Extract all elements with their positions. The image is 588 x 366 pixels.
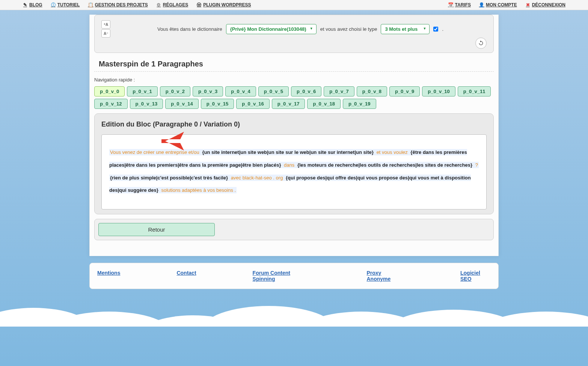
variation-pill-p_0_v_8[interactable]: p_0_v_8 <box>357 86 387 96</box>
svg-marker-0 <box>161 132 184 151</box>
menu-compte[interactable]: 👤MON COMPTE <box>479 2 517 8</box>
type-checkbox[interactable] <box>433 27 438 32</box>
footer-mentions[interactable]: Mentions <box>97 270 120 282</box>
menu-tutoriel-label: TUTORIEL <box>57 2 80 8</box>
seg-spin-3[interactable]: {les moteurs de recherche|les outils de … <box>297 162 473 168</box>
calendar-icon: 📅 <box>448 2 454 8</box>
variation-pill-p_0_v_3[interactable]: p_0_v_3 <box>193 86 223 96</box>
footer-forum[interactable]: Forum Content Spinning <box>253 270 311 282</box>
close-icon: ✖ <box>525 2 531 8</box>
dict-text-before: Vous êtes dans le dictionnaire <box>157 26 222 32</box>
title-separator <box>94 71 494 72</box>
refresh-icon <box>478 40 484 46</box>
dictionary-select[interactable]: {Privé} Mon Dictionnaire(103048) <box>226 24 317 34</box>
menu-deconnexion-label: DÉCONNEXION <box>532 2 565 8</box>
quick-nav-label: Navigation rapide : <box>94 77 494 83</box>
menu-compte-label: MON COMPTE <box>486 2 517 8</box>
seg-static-2: et vous voulez <box>374 149 410 155</box>
info-icon: ⓘ <box>51 2 56 8</box>
back-panel: Retour <box>94 219 494 240</box>
footer-proxy[interactable]: Proxy Anonyme <box>367 270 404 282</box>
account-icon: 👤 <box>479 2 484 8</box>
menu-tarifs-label: TARIFS <box>455 2 471 8</box>
variation-pill-p_0_v_14[interactable]: p_0_v_14 <box>165 99 199 109</box>
variation-pill-p_0_v_10[interactable]: p_0_v_10 <box>422 86 455 96</box>
seg-static-3: dans <box>282 162 296 168</box>
menu-plugin[interactable]: ⓦPLUGIN WORDPRESS <box>196 2 251 8</box>
clipboard-plus-icon: 📋 <box>88 2 93 8</box>
variation-pill-p_0_v_0[interactable]: p_0_v_0 <box>94 86 125 96</box>
menu-tarifs[interactable]: 📅TARIFS <box>448 2 471 8</box>
refresh-button[interactable] <box>475 38 487 49</box>
variation-pill-p_0_v_4[interactable]: p_0_v_4 <box>225 86 256 96</box>
gear-icon: ⚙ <box>156 2 161 8</box>
variation-pill-p_0_v_1[interactable]: p_0_v_1 <box>127 86 157 96</box>
variation-pill-p_0_v_2[interactable]: p_0_v_2 <box>160 86 190 96</box>
variation-pill-p_0_v_13[interactable]: p_0_v_13 <box>130 99 163 109</box>
footer-logiciel[interactable]: Logiciel SEO <box>460 270 491 282</box>
menu-tutoriel[interactable]: ⓘTUTORIEL <box>51 2 80 8</box>
top-menu: ✎BLOG ⓘTUTORIEL 📋GESTION DES PROJETS ⚙RÉ… <box>0 0 588 10</box>
variation-pill-p_0_v_15[interactable]: p_0_v_15 <box>201 99 234 109</box>
dict-period: . <box>442 26 443 32</box>
menu-reglages-label: RÉGLAGES <box>163 2 188 8</box>
back-button[interactable]: Retour <box>98 223 215 236</box>
editor-panel: Edition du Bloc (Paragraphe 0 / Variatio… <box>94 113 494 214</box>
footer-contact[interactable]: Contact <box>176 270 196 282</box>
font-increase-button[interactable]: ⁺A <box>101 20 110 29</box>
dictionary-panel: ⁺A A⁻ Vous êtes dans le dictionnaire {Pr… <box>94 15 494 53</box>
editor-heading: Edition du Bloc (Paragraphe 0 / Variatio… <box>101 120 487 128</box>
seg-spin-1[interactable]: {un site internet|un site web|un site su… <box>201 149 374 155</box>
page-title: Masterspin de 1 Paragraphes <box>99 60 489 68</box>
menu-plugin-label: PLUGIN WORDPRESS <box>203 2 251 8</box>
variation-pill-p_0_v_6[interactable]: p_0_v_6 <box>291 86 321 96</box>
menu-reglages[interactable]: ⚙RÉGLAGES <box>156 2 188 8</box>
seg-static-5: avec black-hat-seo . org <box>229 175 285 181</box>
pointer-arrow-icon <box>158 128 188 154</box>
decorative-clouds <box>0 289 588 327</box>
variation-pill-p_0_v_16[interactable]: p_0_v_16 <box>236 99 270 109</box>
seg-static-6: solutions adaptées à vos besoins . <box>159 187 237 193</box>
menu-blog[interactable]: ✎BLOG <box>23 2 42 8</box>
menu-gestion-label: GESTION DES PROJETS <box>95 2 148 8</box>
variation-pill-p_0_v_11[interactable]: p_0_v_11 <box>458 86 491 96</box>
footer: Mentions Contact Forum Content Spinning … <box>89 263 499 289</box>
dict-text-mid: et vous avez choisi le type <box>320 26 377 32</box>
variation-pill-p_0_v_7[interactable]: p_0_v_7 <box>324 86 354 96</box>
font-decrease-button[interactable]: A⁻ <box>101 29 110 38</box>
menu-deconnexion[interactable]: ✖DÉCONNEXION <box>525 2 565 8</box>
pencil-icon: ✎ <box>23 2 28 8</box>
type-select[interactable]: 3 Mots et plus <box>381 24 430 34</box>
variation-pill-p_0_v_18[interactable]: p_0_v_18 <box>307 99 341 109</box>
variation-pill-p_0_v_19[interactable]: p_0_v_19 <box>343 99 376 109</box>
seg-spin-4[interactable]: {rien de plus simple|c'est possible|c'es… <box>109 175 229 181</box>
variation-pill-p_0_v_17[interactable]: p_0_v_17 <box>272 99 305 109</box>
variation-pill-p_0_v_5[interactable]: p_0_v_5 <box>258 86 289 96</box>
variation-pill-p_0_v_9[interactable]: p_0_v_9 <box>389 86 420 96</box>
variation-pills: p_0_v_0p_0_v_1p_0_v_2p_0_v_3p_0_v_4p_0_v… <box>94 86 494 109</box>
menu-gestion[interactable]: 📋GESTION DES PROJETS <box>88 2 148 8</box>
seg-static-4: ? <box>473 162 479 168</box>
variation-pill-p_0_v_12[interactable]: p_0_v_12 <box>94 99 128 109</box>
menu-blog-label: BLOG <box>29 2 42 8</box>
wordpress-icon: ⓦ <box>196 2 202 8</box>
main-content: ⁺A A⁻ Vous êtes dans le dictionnaire {Pr… <box>89 15 499 256</box>
